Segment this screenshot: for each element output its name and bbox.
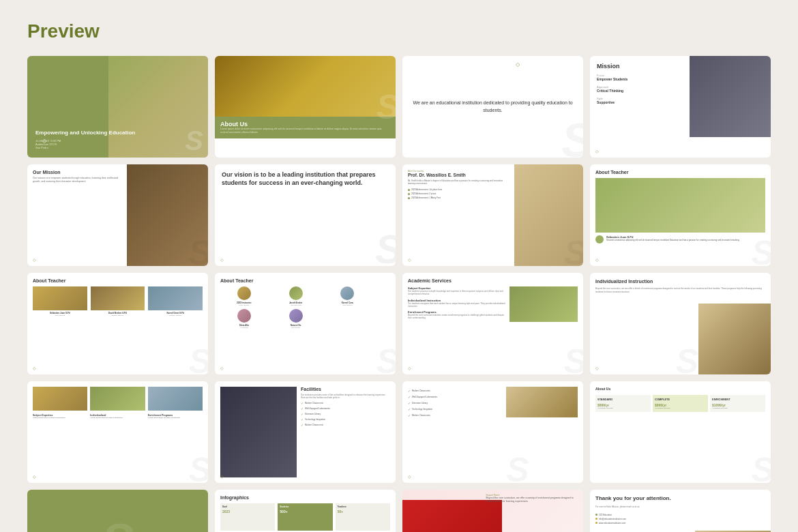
achievement-0: 2023 Achievement: 1st place form — [408, 188, 509, 191]
slide-6-text: Our vision is to be a leading institutio… — [222, 171, 389, 187]
teacher-10-0-role: Math Teacher — [239, 304, 249, 306]
check-15-2: ✓ — [408, 401, 411, 405]
check-15-0: ✓ — [408, 389, 411, 393]
check-1: ✓ — [301, 407, 304, 411]
facility-0: ✓ Modern Classrooms — [301, 401, 390, 405]
slide-12[interactable]: Individualized Instruction Beyond the co… — [590, 273, 771, 374]
slide-15[interactable]: ✓ Modern Classrooms ✓ Well-Equipped Labo… — [402, 381, 583, 483]
infobox-1-val: 500+ — [280, 509, 330, 514]
check-15-3: ✓ — [408, 407, 411, 411]
slide-10-teachers: 2023 Instructor Math Teacher Jacob Brode… — [220, 286, 390, 306]
service-2-text: Beyond the core curriculum teachers crea… — [408, 314, 505, 319]
slide-2[interactable]: S About Us Lorem ipsum dolor sit amet co… — [215, 56, 396, 158]
infobox-2: Teachers 50+ — [336, 503, 390, 531]
facility-2-text: Extensive Library — [305, 413, 321, 415]
slides-grid: Empowering and Unlocking Education 11.09… — [27, 56, 771, 532]
slide-1-headline: Empowering and Unlocking Education — [35, 130, 200, 139]
check-0: ✓ — [301, 401, 304, 405]
swirl-12: S — [676, 342, 698, 374]
slide-8-teacher-img — [595, 178, 765, 233]
teacher-10-2-avatar — [340, 286, 354, 300]
slide-4[interactable]: Mission Focus Empower Students Approach … — [590, 56, 771, 158]
teacher-10-0: 2023 Instructor Math Teacher — [220, 286, 268, 306]
swirl-11: S — [564, 342, 583, 374]
slide-13[interactable]: Subject Expertise Lorem ipsum dolor sit … — [27, 381, 208, 483]
slide-4-item-1-value: Critical Thinking — [597, 89, 681, 93]
package-2: ENRICHMENT $1099/yr All features include… — [710, 395, 765, 412]
slide-7-title: Prof. Dr. Wassilios E. Smith — [408, 173, 509, 177]
thumb-1 — [90, 387, 145, 411]
contact-1-text: info@educationinstitution.com — [599, 518, 626, 520]
slide-9[interactable]: About Teacher Sebastien Juan S.Pd Math T… — [27, 273, 208, 374]
facility-0-text: Modern Classrooms — [305, 402, 323, 404]
swirl-3: S — [561, 113, 583, 158]
teacher-10-4-role: PE Teacher — [291, 327, 300, 329]
teacher-9-2-role: Science Teacher — [148, 314, 203, 316]
facility-15-2-text: Extensive Library — [412, 402, 428, 404]
swirl-10: S — [376, 342, 396, 374]
slide-10-title: About Teacher — [220, 278, 390, 283]
facility-15-1-text: Well-Equipped Laboratories — [412, 396, 437, 398]
package-0-name: STANDARD — [597, 398, 649, 401]
slide-14[interactable]: Facilities Our institution provides some… — [215, 381, 396, 483]
diamond-icon-11: ◇ — [408, 366, 411, 370]
diamond-icon-2: ◇ — [220, 149, 224, 155]
achievement-1: 2023 Achievement: 2 years — [408, 192, 509, 195]
label-0-text: Lorem ipsum dolor sit amet consectetur — [33, 417, 87, 419]
slide-18[interactable]: Infographics Goal 2023 Students 500+ Tea… — [215, 490, 396, 532]
slide-8[interactable]: About Teacher Sebastien Juan S.Pd Sit am… — [590, 164, 771, 266]
infobox-1: Students 500+ — [278, 503, 332, 531]
slide-15-img — [506, 387, 578, 417]
slide-14-title: Facilities — [301, 387, 390, 391]
slide-5[interactable]: Our Mission Our mission is to empower st… — [27, 164, 208, 266]
diamond-icon-5: ◇ — [33, 257, 36, 262]
contact-0: 123 Education — [595, 514, 765, 516]
slide-10[interactable]: About Teacher 2023 Instructor Math Teach… — [215, 273, 396, 374]
facility-15-0-text: Modern Classrooms — [412, 389, 430, 392]
achievement-0-text: 2023 Achievement: 1st place form — [411, 188, 442, 191]
slide-3[interactable]: S ◇ We are an educational institution de… — [402, 56, 583, 158]
teacher-10-3: Silvia Alto Art Teacher — [220, 309, 268, 329]
slide-2-title: About Us — [220, 121, 390, 128]
slide-11[interactable]: Academic Services Subject Expertise Our … — [402, 273, 583, 374]
slide-6[interactable]: Our vision is to be a leading institutio… — [215, 164, 396, 266]
swirl-6: S — [375, 226, 396, 266]
slide-16-title: About Us — [595, 387, 765, 391]
slide-5-person — [127, 164, 208, 266]
check-15-4: ✓ — [408, 413, 411, 417]
slide-8-avatar — [595, 235, 604, 243]
slide-8-title: About Teacher — [595, 170, 765, 175]
teacher-9-1-img — [91, 286, 145, 310]
infobox-2-val: 50+ — [338, 509, 388, 514]
facility-15-1: ✓ Well-Equipped Laboratories — [408, 395, 502, 399]
slide-7-achievements: 2023 Achievement: 1st place form 2023 Ac… — [408, 188, 509, 199]
slide-13-labels: Subject Expertise Lorem ipsum dolor sit … — [33, 414, 203, 419]
swirl-9: S — [189, 342, 208, 374]
slide-20[interactable]: Thank you for your attention. For more a… — [590, 490, 771, 532]
diamond-icon-6: ◇ — [220, 257, 224, 262]
slide-14-right: Facilities Our institution provides some… — [301, 387, 390, 477]
slide-19[interactable]: Support Notice Beyond the core curriculu… — [402, 490, 583, 532]
slide-7[interactable]: Meet Our teacher Prof. Dr. Wassilios E. … — [402, 164, 583, 266]
service-0: Subject Expertise Our teachers possess i… — [408, 286, 505, 295]
slide-20-subtitle: For more at Valor Mission, please reach … — [595, 505, 765, 508]
slide-1[interactable]: Empowering and Unlocking Education 11.09… — [27, 56, 208, 158]
slide-17[interactable]: S Change is the end result of all true l… — [27, 490, 208, 532]
diamond-icon-12: ◇ — [595, 366, 599, 370]
teacher-10-2: Karnel Cora Vice Teacher — [323, 286, 371, 306]
slide-5-title: Our Mission — [33, 170, 121, 175]
slide-19-person — [402, 500, 502, 532]
slide-1-location: San Pedro — [35, 146, 200, 149]
package-1: COMPLETE $999/yr All features included — [653, 395, 708, 412]
teacher-9-0: Sebastien Juan S.Pd Math Teacher — [33, 286, 87, 316]
slide-16[interactable]: About Us STANDARD $899/yr All features i… — [590, 381, 771, 483]
facility-3: ✓ Technology Integration — [301, 417, 390, 422]
achievement-1-text: 2023 Achievement: 2 years — [411, 192, 436, 195]
slide-11-left: Subject Expertise Our teachers possess i… — [408, 286, 505, 322]
check-2: ✓ — [301, 412, 304, 416]
diamond-icon-3: ◇ — [516, 61, 520, 68]
slide-11-title: Academic Services — [408, 278, 578, 283]
teacher-10-1: Jacob Broder Associate lead — [272, 286, 320, 306]
facility-15-3-text: Technology Integration — [412, 408, 432, 411]
slide-4-item-2: Style Supportive — [597, 97, 681, 104]
